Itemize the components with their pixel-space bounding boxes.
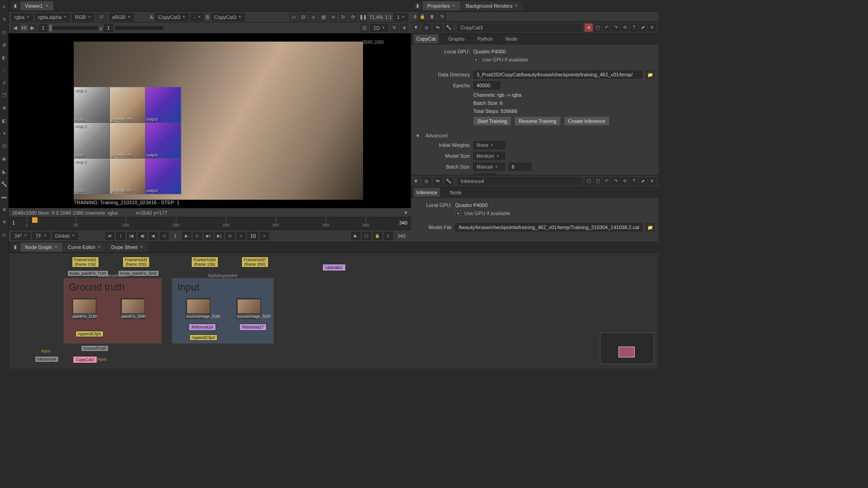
in-point-button[interactable]: I bbox=[116, 232, 125, 240]
vtool-pause-icon[interactable]: ❚❚ bbox=[359, 13, 367, 21]
swap-icon[interactable]: ⇄ bbox=[105, 232, 114, 240]
subtab-inference[interactable]: Inference bbox=[414, 188, 440, 197]
gpu-checkbox[interactable]: ✕ bbox=[473, 57, 479, 62]
node-paintfix-f139[interactable]: paintFix_f139 bbox=[72, 298, 96, 319]
flag-2-icon[interactable]: ▢ bbox=[594, 23, 602, 32]
node-framehold4[interactable]: FrameHold4 (frame 139) bbox=[191, 257, 218, 267]
end-frame[interactable]: 340 bbox=[395, 233, 408, 239]
chevron-down-icon[interactable]: ▾ bbox=[405, 210, 407, 216]
panel-handle-icon[interactable]: ▮ bbox=[11, 2, 19, 10]
subtab-python[interactable]: Python bbox=[475, 34, 495, 43]
revert-icon[interactable]: ⟲ bbox=[621, 177, 629, 185]
tool-target-icon[interactable]: ◎ bbox=[0, 230, 8, 239]
ratio-value[interactable]: 1:1 bbox=[385, 14, 392, 20]
undo-icon[interactable]: ↶ bbox=[603, 23, 611, 32]
vtool-1-icon[interactable]: ▭ bbox=[289, 13, 297, 21]
tool-snowflake-icon[interactable]: ❄ bbox=[0, 218, 8, 226]
scope-dropdown[interactable]: Global▼ bbox=[52, 232, 78, 240]
node-graph-canvas[interactable]: FrameHold1 (frame 139) FrameHold3 (frame… bbox=[9, 253, 658, 369]
close-icon[interactable]: ✕ bbox=[45, 4, 49, 8]
tool-menu-icon[interactable]: ≡ bbox=[0, 3, 8, 11]
tab-dope-sheet[interactable]: Dope Sheet✕ bbox=[107, 243, 148, 252]
vtool-6-icon[interactable]: ↻ bbox=[339, 13, 347, 21]
vtool-5-icon[interactable]: ≡ bbox=[329, 13, 337, 21]
tool-eye-icon[interactable]: ◉ bbox=[0, 155, 8, 163]
tool-tag-icon[interactable]: ◣ bbox=[0, 167, 8, 175]
tool-disk-icon[interactable]: ▬ bbox=[0, 192, 8, 201]
vtool-4-icon[interactable]: ▤ bbox=[319, 13, 327, 21]
fps-dropdown[interactable]: 24*▼ bbox=[11, 232, 30, 240]
a-dash-dropdown[interactable]: -▼ bbox=[191, 13, 204, 21]
node-reformat17[interactable]: Reformat17 bbox=[239, 324, 267, 331]
ip-toggle[interactable]: IP bbox=[96, 13, 107, 21]
colorspace-dropdown[interactable]: RGB▼ bbox=[72, 13, 94, 21]
out-point-button[interactable]: O bbox=[226, 232, 235, 240]
model-size-dropdown[interactable]: Medium▼ bbox=[473, 152, 505, 160]
panel-handle-icon[interactable]: ▮ bbox=[414, 2, 422, 10]
current-frame[interactable]: 1 bbox=[170, 233, 180, 239]
tool-lines-icon[interactable]: ≣ bbox=[0, 41, 8, 49]
step-fwd-n-icon[interactable]: » bbox=[260, 232, 269, 240]
vtool-2-icon[interactable]: ⊡ bbox=[299, 13, 307, 21]
minimap[interactable] bbox=[600, 333, 654, 364]
playhead[interactable] bbox=[32, 217, 38, 223]
tool-brush-icon[interactable]: ✐ bbox=[0, 79, 8, 87]
center-icon[interactable]: ◎ bbox=[423, 23, 431, 32]
panel-handle-icon[interactable]: ▮ bbox=[11, 243, 19, 251]
fstop-label[interactable]: f/8 bbox=[21, 25, 27, 31]
play-back-icon[interactable]: ◁ bbox=[160, 232, 169, 240]
prev-key-button[interactable]: ◀| bbox=[138, 232, 147, 240]
play-fwd-icon[interactable]: ▶ bbox=[182, 232, 191, 240]
node-name-field[interactable]: Inference4 bbox=[457, 177, 582, 185]
tool-layers-icon[interactable]: ❒ bbox=[0, 91, 8, 99]
close-icon[interactable]: ✕ bbox=[648, 177, 656, 185]
tab-node-graph[interactable]: Node Graph✕ bbox=[20, 243, 62, 252]
tab-bg-renders[interactable]: Background Renders✕ bbox=[461, 1, 523, 10]
next-key-icon[interactable]: ▶ bbox=[28, 24, 37, 32]
node-paintfix-f200[interactable]: paintFix_f200 bbox=[121, 298, 145, 319]
folder-icon[interactable]: 📁 bbox=[646, 70, 654, 79]
create-inference-button[interactable]: Create Inference bbox=[564, 117, 609, 126]
link-icon[interactable]: ⇆ bbox=[434, 23, 442, 32]
flag-2-icon[interactable]: ▢ bbox=[594, 177, 602, 185]
pb-2-icon[interactable]: ▢ bbox=[362, 232, 371, 240]
help-icon[interactable]: ? bbox=[630, 23, 638, 32]
channel-dropdown[interactable]: rgba▼ bbox=[11, 13, 33, 21]
node-framehold7[interactable]: FrameHold7 (frame 200) bbox=[241, 257, 269, 267]
tool-move-icon[interactable]: ✥ bbox=[0, 104, 8, 112]
subtab-graphs[interactable]: Graphs bbox=[446, 34, 467, 43]
float-icon[interactable]: ⬈ bbox=[639, 177, 647, 185]
zoom-value[interactable]: 71.4% bbox=[369, 14, 383, 20]
y-value[interactable]: 1 bbox=[104, 24, 113, 32]
node-sourceimage-f200[interactable]: sourceImage_f200 bbox=[236, 298, 261, 319]
step-size[interactable]: 10 bbox=[247, 232, 258, 240]
data-dir-field[interactable]: 3_Post/2D/CopyCat/beauty/bruise/checkpoi… bbox=[473, 70, 642, 79]
gpu-checkbox[interactable]: ✕ bbox=[455, 211, 461, 216]
flag-1-icon[interactable]: ■ bbox=[585, 23, 593, 32]
tool-pen-icon[interactable]: ✎ bbox=[0, 15, 8, 23]
batch-size-field[interactable]: 6 bbox=[509, 163, 531, 171]
node-framehold3[interactable]: FrameHold3 (frame 200) bbox=[123, 257, 150, 267]
redo-icon[interactable]: ↷ bbox=[612, 177, 620, 185]
node-name-field[interactable]: CopyCat3 bbox=[457, 23, 582, 32]
folder-icon[interactable]: 📁 bbox=[646, 223, 654, 231]
node-reformat16[interactable]: Reformat16 bbox=[189, 324, 216, 331]
layer-dropdown[interactable]: rgba.alpha▼ bbox=[35, 13, 70, 21]
pencil-icon[interactable]: ✎ bbox=[390, 24, 398, 32]
node-groundtruth[interactable]: GroundTruth bbox=[81, 345, 108, 352]
tab-curve-editor[interactable]: Curve Editor✕ bbox=[63, 243, 106, 252]
vtool-7-icon[interactable]: ⟳ bbox=[349, 13, 357, 21]
step-fwd-icon[interactable]: ▷ bbox=[193, 232, 202, 240]
tool-globe-icon[interactable]: ⊕ bbox=[0, 205, 8, 213]
next-key-button[interactable]: ▶| bbox=[204, 232, 213, 240]
node-copycat3[interactable]: CopyCat3 bbox=[73, 356, 97, 363]
wrench-icon[interactable]: 🔧 bbox=[444, 23, 453, 32]
help-icon[interactable]: ? bbox=[630, 177, 638, 185]
tool-spark-icon[interactable]: ✦ bbox=[0, 129, 8, 137]
node-appendclip4[interactable]: AppendClip4 bbox=[189, 334, 217, 341]
tf-dropdown[interactable]: TF▼ bbox=[32, 232, 50, 240]
lock-icon[interactable]: 🔒 bbox=[373, 232, 382, 240]
b-node-dropdown[interactable]: CopyCat3▼ bbox=[211, 13, 245, 21]
revert-icon[interactable]: ⟲ bbox=[621, 23, 629, 32]
center-icon[interactable]: ◎ bbox=[423, 177, 431, 185]
